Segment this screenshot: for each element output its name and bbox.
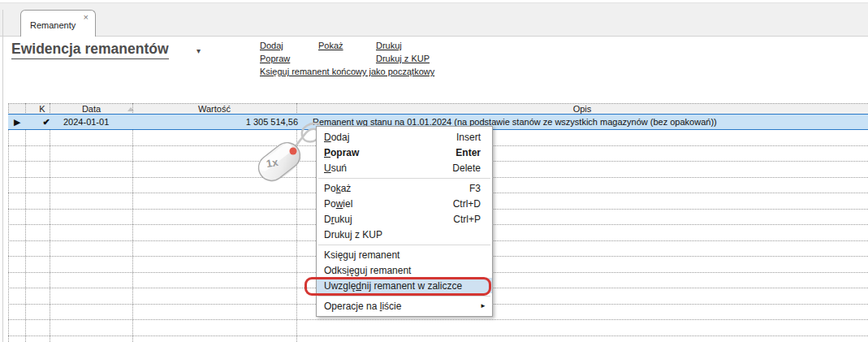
menu-item-powiel[interactable]: Powiel Ctrl+D xyxy=(317,196,492,211)
app-window: Remanenty × Ewidencja remanentów ▾ Dodaj… xyxy=(0,0,868,342)
menu-item-popraw[interactable]: Popraw Enter xyxy=(317,145,492,160)
link-drukuj-z-kup[interactable]: Drukuj z KUP xyxy=(376,54,430,63)
shortcut-label: F3 xyxy=(469,183,481,194)
tab-label: Remanenty xyxy=(30,20,76,30)
menu-item-usun[interactable]: Usuń Delete xyxy=(317,160,492,175)
tab-bar xyxy=(0,2,868,37)
menu-item-drukuj-z-kup[interactable]: Drukuj z KUP xyxy=(317,227,492,242)
submenu-arrow-icon: ► xyxy=(480,302,486,310)
context-menu: Dodaj Insert Popraw Enter Usuń Delete Po… xyxy=(316,126,493,317)
panel-left-border xyxy=(2,10,3,342)
menu-separator xyxy=(318,245,490,245)
shortcut-label: Insert xyxy=(456,132,481,143)
tab-remanenty[interactable]: Remanenty × xyxy=(20,10,96,37)
shortcut-label: Ctrl+P xyxy=(453,214,481,225)
shortcut-label: Ctrl+D xyxy=(453,198,481,210)
link-popraw[interactable]: Popraw xyxy=(260,54,290,63)
menu-item-odksieguj-remanent[interactable]: Odksięguj remanent xyxy=(317,262,492,278)
menu-item-uwzglednij-remanent-w-zaliczce[interactable]: Uwzględnij remanent w zaliczce xyxy=(317,278,492,293)
link-pokaz[interactable]: Pokaż xyxy=(318,41,343,50)
menu-separator xyxy=(318,296,490,297)
row-check-icon: ✔ xyxy=(34,117,58,128)
menu-item-ksieguj-remanent[interactable]: Księguj remanent xyxy=(317,247,492,262)
tab-close-icon[interactable]: × xyxy=(84,13,89,22)
link-dodaj[interactable]: Dodaj xyxy=(260,41,283,50)
menu-item-drukuj[interactable]: Drukuj Ctrl+P xyxy=(317,211,492,227)
menu-item-operacje-na-liscie[interactable]: Operacje na liście ► xyxy=(317,298,492,314)
link-ksieguj-koncowy[interactable]: Księguj remanent końcowy jako początkowy xyxy=(260,67,434,76)
title-dropdown-icon[interactable]: ▾ xyxy=(196,46,201,55)
link-drukuj[interactable]: Drukuj xyxy=(376,41,402,50)
menu-item-dodaj[interactable]: Dodaj Insert xyxy=(317,129,492,145)
cell-wartosc: 1 305 514,56 xyxy=(140,117,298,128)
menu-item-pokaz[interactable]: Pokaż F3 xyxy=(317,180,492,196)
row-selector-icon: ▶ xyxy=(14,117,20,128)
table-header: K Data Wartość Opis xyxy=(8,103,868,114)
shortcut-label: Delete xyxy=(452,162,481,174)
empty-row xyxy=(8,320,868,336)
menu-separator xyxy=(318,178,490,179)
shortcut-label: Enter xyxy=(456,147,481,158)
page-title[interactable]: Ewidencja remanentów xyxy=(11,41,169,59)
cell-data: 2024-01-01 xyxy=(63,117,109,128)
